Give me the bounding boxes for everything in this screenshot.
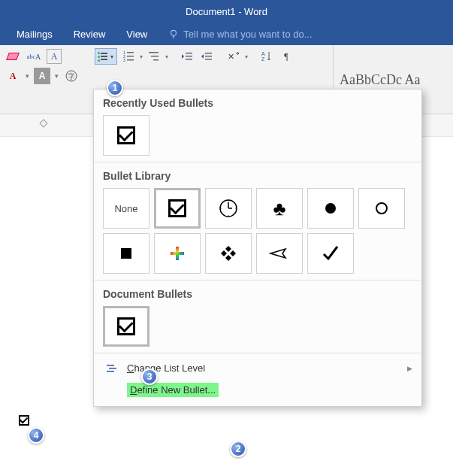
recently-used-header: Recently Used Bullets <box>94 89 421 115</box>
library-bullet-disc[interactable] <box>307 188 354 229</box>
change-list-level-label: Change List Level <box>127 362 205 374</box>
enclose-characters-button[interactable]: 字 <box>63 68 80 84</box>
svg-rect-28 <box>107 365 114 366</box>
sort-button[interactable]: AZ <box>258 48 275 65</box>
library-bullet-club[interactable]: ♣ <box>256 188 303 229</box>
recent-bullet-checkbox[interactable] <box>103 115 149 156</box>
square-icon <box>121 248 131 259</box>
svg-rect-12 <box>186 53 192 54</box>
svg-point-0 <box>171 30 177 35</box>
svg-rect-10 <box>151 56 159 57</box>
tell-me-placeholder: Tell me what you want to do... <box>183 29 312 40</box>
library-bullet-colorplus[interactable] <box>154 233 201 274</box>
checkbox-icon <box>117 126 135 144</box>
ruler-indent-marker[interactable] <box>39 119 47 127</box>
library-bullet-circle[interactable] <box>358 188 405 229</box>
annotation-badge-1: 1 <box>107 80 123 96</box>
enclose-icon: 字 <box>65 69 78 83</box>
library-bullet-checkbox[interactable] <box>154 188 201 229</box>
multilevel-caret-icon[interactable]: ▾ <box>165 53 168 60</box>
svg-text:3: 3 <box>123 58 125 62</box>
library-bullet-diamond4[interactable] <box>205 233 252 274</box>
checkbox-icon <box>117 317 135 335</box>
document-bullet-checkbox[interactable] <box>103 306 149 347</box>
bullets-lines-icon <box>101 53 107 60</box>
checkbox-icon <box>19 415 29 426</box>
annotation-badge-2: 2 <box>230 441 246 457</box>
svg-point-26 <box>228 215 228 216</box>
svg-rect-17 <box>205 59 212 60</box>
svg-point-24 <box>228 200 228 201</box>
bullets-dropdown-menu: Recently Used Bullets Bullet Library Non… <box>93 89 422 407</box>
library-bullet-clock[interactable] <box>205 188 252 229</box>
font-color-caret-icon[interactable]: ▾ <box>26 72 29 80</box>
increase-indent-button[interactable] <box>198 48 215 65</box>
arrow-icon <box>269 247 290 260</box>
svg-rect-11 <box>153 59 159 61</box>
multilevel-list-button[interactable] <box>146 48 162 65</box>
club-icon: ♣ <box>273 197 285 220</box>
library-bullet-check[interactable] <box>307 233 354 274</box>
svg-point-25 <box>235 208 236 208</box>
document-bullets-header: Document Bullets <box>94 280 421 306</box>
bullets-icon <box>98 52 100 62</box>
numbering-caret-icon[interactable]: ▾ <box>140 53 143 60</box>
highlight-color-button[interactable]: A <box>34 68 50 84</box>
chevron-down-icon: ▼ <box>110 54 115 59</box>
style-preview-normal: AaBbCcDc Aa <box>340 72 420 88</box>
window-title: Document1 - Word <box>186 6 267 17</box>
four-diamond-icon <box>219 244 237 262</box>
svg-rect-16 <box>205 56 212 57</box>
eraser-icon <box>6 53 20 60</box>
tab-review[interactable]: Review <box>63 26 116 43</box>
show-hide-button[interactable]: ¶ <box>278 48 294 65</box>
define-new-bullet-label: Define New Bullet... <box>127 383 219 397</box>
circle-icon <box>376 202 388 214</box>
clock-icon <box>219 199 238 218</box>
tab-view[interactable]: View <box>116 26 158 43</box>
numbering-button[interactable]: 123 <box>120 48 137 65</box>
library-bullet-none[interactable]: None <box>103 188 149 229</box>
lightbulb-icon <box>168 29 179 39</box>
svg-rect-6 <box>127 52 134 53</box>
svg-rect-29 <box>109 368 116 369</box>
document-checkbox-bullet <box>19 415 29 426</box>
svg-rect-7 <box>127 56 134 57</box>
tab-mailings[interactable]: Mailings <box>6 26 63 43</box>
annotation-badge-3: 3 <box>141 368 158 385</box>
paragraph-group: 123 ▾ ▾ ✕ ▾ AZ ¶ <box>120 48 294 65</box>
character-border-button[interactable]: A <box>47 49 62 64</box>
titlebar: Document1 - Word <box>0 0 453 23</box>
svg-rect-14 <box>186 59 192 60</box>
library-bullet-arrow[interactable] <box>256 233 303 274</box>
bullet-library-header: Bullet Library <box>94 162 421 188</box>
change-level-icon <box>106 364 118 373</box>
svg-text:字: 字 <box>68 72 75 80</box>
font-color-button[interactable]: A <box>5 68 21 84</box>
svg-text:✕: ✕ <box>228 52 234 61</box>
svg-rect-9 <box>149 52 159 53</box>
library-bullet-square[interactable] <box>103 233 149 274</box>
svg-rect-13 <box>186 56 192 57</box>
svg-text:A: A <box>261 51 265 56</box>
svg-point-27 <box>220 208 221 208</box>
disc-icon <box>325 203 336 214</box>
tell-me-search[interactable]: Tell me what you want to do... <box>158 26 322 43</box>
checkbox-icon <box>168 199 186 217</box>
svg-text:Z: Z <box>261 56 265 62</box>
svg-rect-15 <box>205 53 212 54</box>
bullets-dropdown-button[interactable]: ▼ <box>95 48 117 65</box>
color-plus-icon <box>171 247 184 260</box>
svg-rect-8 <box>127 59 134 61</box>
text-direction-button[interactable]: ✕ <box>225 48 242 65</box>
ribbon-tab-strip: Mailings Review View Tell me what you wa… <box>0 23 453 45</box>
highlight-caret-icon[interactable]: ▾ <box>55 72 59 80</box>
annotation-badge-4: 4 <box>28 427 44 444</box>
font-group: abcA A A ▾ A ▾ 字 <box>0 45 84 114</box>
decrease-indent-button[interactable] <box>179 48 195 65</box>
text-dir-caret-icon[interactable]: ▾ <box>245 53 248 60</box>
svg-rect-30 <box>107 371 114 372</box>
phonetic-button[interactable]: abcA <box>26 48 42 65</box>
checkmark-icon <box>321 244 340 263</box>
clear-format-button[interactable] <box>5 48 21 65</box>
